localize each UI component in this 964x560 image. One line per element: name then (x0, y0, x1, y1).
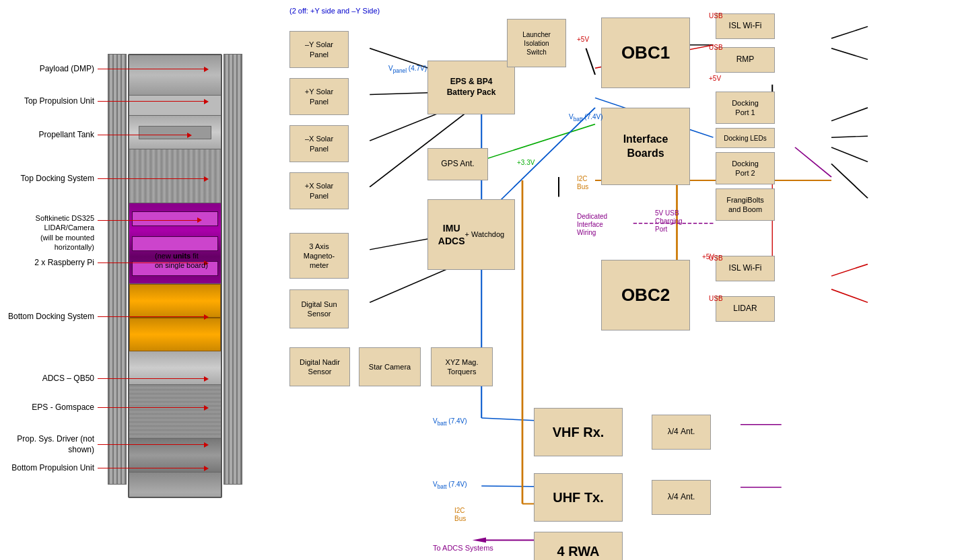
block-digital-sun: Digital SunSensor (289, 289, 349, 328)
label-arrow-5 (197, 217, 202, 223)
label-arrow-8 (204, 376, 209, 382)
svg-line-14 (831, 164, 868, 198)
svg-line-28 (795, 147, 831, 177)
block-digital-nadir: Digital NadirSensor (289, 347, 350, 386)
label-top-docking-text: Top Docking System (0, 174, 98, 184)
svg-line-11 (831, 108, 868, 121)
label-arrow-9 (204, 405, 209, 411)
block-docking-port-1: DockingPort 1 (716, 92, 775, 124)
label-usb-3: USB (709, 254, 723, 262)
svg-line-24 (831, 289, 868, 303)
diagram-container: (2 off: +Y side and –Y Side) (286, 5, 959, 555)
label-to-adcs: To ADCS Systems (433, 544, 493, 552)
label-line-9 (98, 407, 204, 408)
block-eps-bp4: EPS & BP4Battery Pack (427, 61, 515, 114)
label-vpanel: Vpanel (4.7V) (388, 65, 427, 74)
label-usb-2: USB (709, 44, 723, 51)
block-pos-y-solar: +Y SolarPanel (289, 78, 349, 115)
label-line-11 (98, 468, 204, 468)
block-obc2: OBC2 (601, 260, 690, 330)
block-docking-leds: Docking LEDs (716, 128, 775, 148)
svg-line-7 (831, 26, 868, 38)
label-line-10 (98, 444, 204, 445)
label-vbatt-1: Vbatt (7.4V) (569, 113, 603, 123)
label-line-7 (98, 316, 204, 317)
block-frangibolts: FrangiBoltsand Boom (716, 188, 775, 221)
label-arrow-4 (204, 176, 209, 182)
block-neg-y-solar: –Y SolarPanel (289, 31, 349, 68)
label-arrow-11 (204, 466, 209, 471)
block-docking-port-2: DockingPort 2 (716, 152, 775, 184)
label-eps-text: EPS - Gomspace (0, 403, 98, 413)
labels-container: Payload (DMP) Top Propulsion Unit Propel… (0, 0, 283, 560)
label-propellant-tank: Propellant Tank (0, 130, 192, 141)
svg-line-12 (831, 136, 868, 137)
left-panel: Payload (DMP) Top Propulsion Unit Propel… (0, 0, 283, 560)
label-adcs-qb50-text: ADCS – QB50 (0, 374, 98, 384)
block-vhf-rx: VHF Rx. (534, 408, 623, 456)
block-lambda-ant-2: λ/4 Ant. (652, 480, 711, 515)
label-i2c-bus-2: I2CBus (454, 507, 466, 523)
label-i2c-bus-1: I2CBus (577, 175, 588, 191)
label-bottom-propulsion-text: Bottom Propulsion Unit (0, 463, 98, 474)
label-5v-usb: 5V USBChargingPort (655, 209, 683, 234)
label-line-4 (98, 178, 204, 179)
label-bottom-docking-text: Bottom Docking System (0, 312, 98, 322)
label-lidar: Softkinetic DS325 LIDAR/Camera(will be m… (0, 211, 202, 252)
svg-line-23 (831, 264, 868, 276)
block-gps-ant: GPS Ant. (427, 148, 488, 180)
label-vbatt-uhf: Vbatt (7.4V) (433, 481, 467, 490)
label-bottom-propulsion: Bottom Propulsion Unit (0, 463, 209, 474)
label-line-3 (98, 135, 187, 135)
label-dedicated-wiring: DedicatedInterfaceWiring (577, 213, 607, 237)
block-lambda-ant-1: λ/4 Ant. (652, 415, 711, 450)
label-payload-text: Payload (DMP) (0, 64, 98, 75)
label-raspberry-pi-text: 2 x Raspberry Pi (0, 258, 98, 269)
svg-line-8 (831, 48, 868, 60)
label-payload: Payload (DMP) (0, 64, 209, 75)
right-panel: (2 off: +Y side and –Y Side) (283, 0, 964, 560)
new-units-note: (new units fiton single board) (155, 251, 208, 271)
label-arrow-10 (204, 442, 209, 448)
label-payload-arrow (204, 67, 209, 72)
block-obc1: OBC1 (601, 18, 690, 88)
label-line-8 (98, 378, 204, 379)
label-usb-4: USB (709, 295, 723, 302)
block-pos-x-solar: +X SolarPanel (289, 172, 349, 209)
label-arrow-3 (187, 133, 192, 138)
block-lidar: LIDAR (716, 296, 775, 322)
label-line-2 (98, 101, 204, 102)
label-top-docking: Top Docking System (0, 174, 209, 184)
block-imu-adcs: IMUADCS+ Watchdog (427, 199, 515, 270)
block-rwa: 4 RWA (534, 532, 623, 560)
label-prop-driver-text: Prop. Sys. Driver (not shown) (0, 434, 98, 455)
block-rmp: RMP (716, 47, 775, 73)
label-arrow-2 (204, 99, 209, 104)
label-payload-line (98, 69, 204, 69)
block-launcher-switch: LauncherIsolationSwitch (507, 19, 566, 67)
block-uhf-tx: UHF Tx. (534, 473, 623, 522)
label-usb-1: USB (709, 12, 723, 20)
block-neg-x-solar: –X SolarPanel (289, 125, 349, 162)
block-isl-wifi-1: ISL Wi-Fi (716, 13, 775, 39)
label-plus5v-1: +5V (577, 36, 589, 43)
block-isl-wifi-2: ISL Wi-Fi (716, 256, 775, 281)
label-prop-driver: Prop. Sys. Driver (not shown) (0, 434, 209, 455)
label-adcs-qb50: ADCS – QB50 (0, 374, 209, 384)
label-top-propulsion-text: Top Propulsion Unit (0, 96, 98, 107)
label-arrow-7 (204, 314, 209, 320)
diagram-note: (2 off: +Y side and –Y Side) (289, 7, 380, 15)
label-vbatt-vhf: Vbatt (7.4V) (433, 417, 467, 427)
label-lidar-text: Softkinetic DS325 LIDAR/Camera(will be m… (0, 213, 98, 252)
svg-line-15 (477, 125, 596, 162)
label-eps: EPS - Gomspace (0, 403, 209, 413)
svg-marker-38 (473, 538, 486, 543)
block-xyz-torquers: XYZ Mag.Torquers (431, 347, 493, 386)
label-plus5v-3: +5V (709, 75, 721, 82)
svg-line-13 (831, 147, 868, 162)
block-interface-boards: InterfaceBoards (601, 108, 690, 185)
svg-line-4 (586, 48, 596, 75)
label-bottom-docking: Bottom Docking System (0, 312, 209, 322)
label-plus33v: +3.3V (517, 159, 535, 166)
block-magnetometer: 3 AxisMagneto-meter (289, 233, 349, 279)
